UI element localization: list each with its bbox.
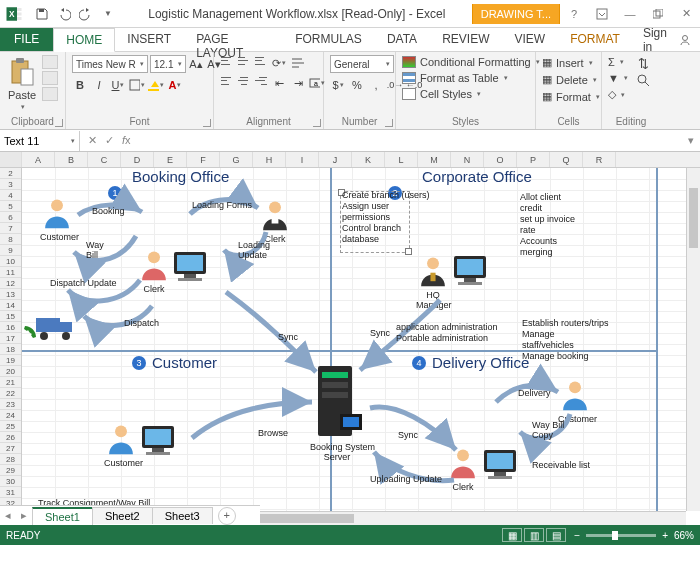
row-14[interactable]: 14 — [0, 300, 21, 311]
col-Q[interactable]: Q — [550, 152, 583, 167]
ribbon-collapse-icon[interactable] — [588, 3, 616, 25]
font-name-select[interactable]: Times New R▾ — [72, 55, 148, 73]
font-color-button[interactable]: A▾ — [167, 77, 183, 93]
number-format-select[interactable]: General▾ — [330, 55, 394, 73]
minimize-icon[interactable]: — — [616, 3, 644, 25]
alignment-launcher-icon[interactable] — [313, 119, 321, 127]
row-7[interactable]: 7 — [0, 223, 21, 234]
row-13[interactable]: 13 — [0, 289, 21, 300]
sheet-nav-prev-icon[interactable]: ◂ — [0, 509, 16, 522]
restore-icon[interactable] — [644, 3, 672, 25]
col-L[interactable]: L — [385, 152, 418, 167]
bold-button[interactable]: B — [72, 77, 88, 93]
row-17[interactable]: 17 — [0, 333, 21, 344]
row-11[interactable]: 11 — [0, 267, 21, 278]
clear-button[interactable]: ◇▾ — [608, 87, 628, 102]
tab-formulas[interactable]: FORMULAS — [283, 28, 375, 51]
zoom-in-icon[interactable]: + — [662, 530, 668, 541]
tab-data[interactable]: DATA — [375, 28, 430, 51]
row-20[interactable]: 20 — [0, 366, 21, 377]
tab-home[interactable]: HOME — [53, 28, 115, 52]
row-27[interactable]: 27 — [0, 443, 21, 454]
delete-cells-button[interactable]: ▦Delete▾ — [542, 72, 600, 87]
align-right-button[interactable] — [254, 75, 268, 87]
font-size-select[interactable]: 12.1▾ — [150, 55, 186, 73]
sheet-tab-3[interactable]: Sheet3 — [152, 507, 213, 524]
cell-styles-button[interactable]: Cell Styles▾ — [402, 87, 481, 101]
align-bottom-button[interactable] — [254, 55, 268, 67]
font-launcher-icon[interactable] — [203, 119, 211, 127]
col-H[interactable]: H — [253, 152, 286, 167]
row-30[interactable]: 30 — [0, 476, 21, 487]
sheet-nav-next-icon[interactable]: ▸ — [16, 509, 32, 522]
tab-insert[interactable]: INSERT — [115, 28, 184, 51]
view-page-layout-icon[interactable]: ▥ — [524, 528, 544, 542]
col-D[interactable]: D — [121, 152, 154, 167]
autosum-button[interactable]: Σ▾ — [608, 55, 628, 69]
vertical-scrollbar[interactable] — [686, 168, 700, 511]
col-A[interactable]: A — [22, 152, 55, 167]
view-normal-icon[interactable]: ▦ — [502, 528, 522, 542]
increase-font-icon[interactable]: A▴ — [188, 56, 204, 72]
zoom-value[interactable]: 66% — [674, 530, 694, 541]
row-3[interactable]: 3 — [0, 179, 21, 190]
formula-input[interactable] — [139, 131, 682, 151]
col-P[interactable]: P — [517, 152, 550, 167]
qat-undo-icon[interactable] — [56, 6, 72, 22]
zoom-slider[interactable] — [586, 534, 656, 537]
zoom-out-icon[interactable]: − — [574, 530, 580, 541]
find-select-button[interactable] — [636, 73, 652, 89]
row-28[interactable]: 28 — [0, 454, 21, 465]
row-9[interactable]: 9 — [0, 245, 21, 256]
row-23[interactable]: 23 — [0, 399, 21, 410]
col-B[interactable]: B — [55, 152, 88, 167]
col-K[interactable]: K — [352, 152, 385, 167]
view-page-break-icon[interactable]: ▤ — [546, 528, 566, 542]
tab-page-layout[interactable]: PAGE LAYOUT — [184, 28, 283, 51]
vscroll-thumb[interactable] — [689, 188, 698, 248]
format-as-table-button[interactable]: Format as Table▾ — [402, 71, 508, 85]
italic-button[interactable]: I — [91, 77, 107, 93]
percent-format-button[interactable]: % — [349, 77, 365, 93]
align-center-button[interactable] — [237, 75, 251, 87]
insert-cells-button[interactable]: ▦Insert▾ — [542, 55, 600, 70]
col-F[interactable]: F — [187, 152, 220, 167]
row-18[interactable]: 18 — [0, 344, 21, 355]
qat-customize-icon[interactable]: ▼ — [100, 6, 116, 22]
row-4[interactable]: 4 — [0, 190, 21, 201]
qat-redo-icon[interactable] — [78, 6, 94, 22]
sheet-canvas[interactable]: 1Booking Office 2Corporate Office 3Custo… — [22, 168, 686, 511]
border-button[interactable]: ▾ — [129, 77, 145, 93]
qat-save-icon[interactable] — [34, 6, 50, 22]
row-10[interactable]: 10 — [0, 256, 21, 267]
new-sheet-button[interactable]: + — [218, 507, 236, 525]
row-29[interactable]: 29 — [0, 465, 21, 476]
row-12[interactable]: 12 — [0, 278, 21, 289]
tab-file[interactable]: FILE — [0, 28, 53, 51]
row-31[interactable]: 31 — [0, 487, 21, 498]
fill-button[interactable]: ▼▾ — [608, 71, 628, 85]
row-21[interactable]: 21 — [0, 377, 21, 388]
accounting-format-button[interactable]: $▾ — [330, 77, 346, 93]
col-O[interactable]: O — [484, 152, 517, 167]
col-J[interactable]: J — [319, 152, 352, 167]
expand-formula-bar-icon[interactable]: ▾ — [682, 134, 700, 147]
col-I[interactable]: I — [286, 152, 319, 167]
copy-button[interactable] — [42, 71, 58, 85]
row-26[interactable]: 26 — [0, 432, 21, 443]
row-5[interactable]: 5 — [0, 201, 21, 212]
fx-icon[interactable]: fx — [122, 134, 131, 147]
cut-button[interactable] — [42, 55, 58, 69]
sheet-tab-1[interactable]: Sheet1 — [32, 507, 93, 525]
col-G[interactable]: G — [220, 152, 253, 167]
paste-button[interactable]: Paste▾ — [6, 55, 38, 113]
tab-format[interactable]: FORMAT — [558, 28, 633, 51]
cancel-formula-icon[interactable]: ✕ — [88, 134, 97, 147]
number-launcher-icon[interactable] — [385, 119, 393, 127]
clipboard-launcher-icon[interactable] — [55, 119, 63, 127]
format-cells-button[interactable]: ▦Format▾ — [542, 89, 600, 104]
row-15[interactable]: 15 — [0, 311, 21, 322]
sort-filter-button[interactable]: ⇅ — [636, 55, 652, 71]
col-N[interactable]: N — [451, 152, 484, 167]
merge-center-button[interactable]: a▾ — [309, 75, 325, 91]
